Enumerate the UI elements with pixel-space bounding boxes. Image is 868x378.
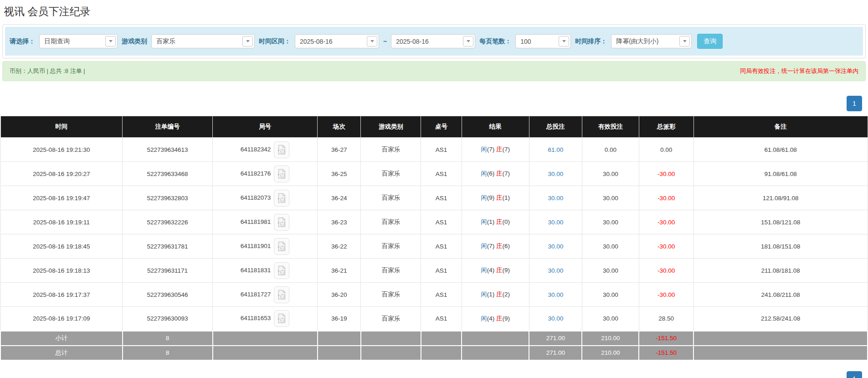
time-cell: 2025-08-16 19:17:09	[0, 307, 123, 331]
round-id: 641181831	[241, 267, 271, 274]
valid-bet-cell: 30.00	[582, 234, 639, 259]
result-banker-label: 庄	[496, 170, 503, 177]
video-replay-button[interactable]	[274, 310, 289, 327]
chevron-down-icon[interactable]	[559, 36, 569, 47]
bet-id-cell: 522739634613	[123, 138, 213, 162]
round-id: 641181981	[241, 218, 271, 225]
table-row: 2025-08-16 19:19:11 522739632226 6411819…	[0, 210, 868, 234]
date-range-separator: ~	[383, 38, 387, 45]
total-bet-link[interactable]: 30.00	[548, 243, 563, 250]
grand-total-total-bet: 271.00	[529, 346, 582, 360]
summary-bar: 币别：人民币 | 总共 :8 注单 | 同局有效投注，统一计算在该局第一张注单内	[2, 61, 866, 81]
video-replay-button[interactable]	[274, 262, 289, 279]
header-table-no: 桌号	[421, 116, 462, 138]
table-no-cell: AS1	[421, 186, 462, 210]
date-from-value: 2025-08-16	[295, 38, 367, 45]
total-bet-cell: 61.00	[529, 138, 582, 162]
date-to-value: 2025-08-16	[391, 38, 463, 45]
result-cell: 闲(6) 庄(7)	[462, 162, 529, 186]
bet-records-table: 时间 注单编号 局号 场次 游戏类别 桌号 结果 总投注 有效投注 总派彩 备注…	[0, 116, 868, 361]
result-banker-label: 庄	[496, 243, 503, 249]
remark-cell: 91.08/61.08	[693, 162, 868, 186]
valid-bet-cell: 30.00	[582, 210, 639, 234]
grand-total-row: 总计 8 271.00 210.00 -151.50	[0, 346, 868, 360]
game-label: 游戏类别	[122, 37, 147, 46]
video-replay-button[interactable]	[274, 238, 289, 255]
video-replay-button[interactable]	[274, 166, 289, 182]
mode-select[interactable]: 日期查询	[39, 34, 118, 48]
result-banker-label: 庄	[496, 267, 503, 274]
film-document-icon	[277, 313, 287, 324]
grand-total-count: 8	[123, 346, 213, 360]
payout-cell: -30.00	[639, 162, 693, 186]
video-replay-button[interactable]	[274, 286, 289, 303]
date-from-select[interactable]: 2025-08-16	[295, 34, 379, 48]
valid-bet-cell: 0.00	[582, 138, 639, 162]
chevron-down-icon[interactable]	[242, 36, 253, 47]
sort-select[interactable]: 降幂(由大到小)	[611, 34, 692, 48]
bet-id-cell: 522739632226	[123, 210, 213, 234]
mode-select-value: 日期查询	[40, 37, 105, 46]
page-title: 视讯 会员下注纪录	[4, 5, 866, 19]
query-button[interactable]: 查询	[697, 34, 723, 49]
chevron-down-icon[interactable]	[105, 36, 116, 47]
session-cell: 36-25	[318, 162, 361, 186]
pagination-page-1-button[interactable]: 1	[847, 96, 862, 111]
total-bet-link[interactable]: 30.00	[548, 267, 563, 274]
payout-cell: -30.00	[639, 283, 693, 307]
bet-id-cell: 522739631781	[123, 234, 213, 259]
result-player-score: (1)	[487, 218, 495, 225]
table-body: 2025-08-16 19:21:30 522739634613 6411823…	[0, 138, 868, 360]
date-to-select[interactable]: 2025-08-16	[391, 34, 475, 48]
header-round-id: 局号	[213, 116, 318, 138]
remark-cell: 151.08/121.08	[693, 210, 868, 234]
table-header-row: 时间 注单编号 局号 场次 游戏类别 桌号 结果 总投注 有效投注 总派彩 备注	[0, 116, 868, 138]
result-cell: 闲(9) 庄(1)	[462, 186, 529, 210]
session-cell: 36-21	[318, 259, 361, 283]
film-document-icon	[277, 241, 287, 252]
session-cell: 36-23	[318, 210, 361, 234]
video-replay-button[interactable]	[274, 214, 289, 231]
video-replay-button[interactable]	[274, 141, 289, 158]
total-bet-link[interactable]: 30.00	[548, 219, 563, 226]
filter-bar: 请选择： 日期查询 游戏类别 百家乐 时间区间： 2025-08-16 ~ 20…	[5, 27, 863, 56]
total-bet-cell: 30.00	[529, 307, 582, 331]
total-bet-link[interactable]: 30.00	[548, 195, 563, 202]
sort-label: 时间排序：	[575, 37, 607, 46]
result-cell: 闲(1) 庄(0)	[462, 210, 529, 234]
round-id: 641182073	[241, 194, 271, 201]
page-size-label: 每页笔数：	[479, 37, 511, 46]
round-id-cell: 641182073	[213, 186, 318, 210]
bet-id-cell: 522739630093	[123, 307, 213, 331]
table-no-cell: AS1	[421, 138, 462, 162]
round-id-cell: 641182342	[213, 138, 318, 162]
result-player-label: 闲	[481, 218, 487, 225]
total-bet-link[interactable]: 30.00	[548, 315, 563, 322]
chevron-down-icon[interactable]	[367, 36, 377, 47]
pagination-bottom-page-1-button[interactable]: 1	[847, 371, 862, 378]
total-bet-link[interactable]: 61.00	[548, 146, 563, 153]
header-session: 场次	[318, 116, 361, 138]
video-replay-button[interactable]	[274, 190, 289, 207]
table-no-cell: AS1	[421, 307, 462, 331]
total-bet-cell: 30.00	[529, 186, 582, 210]
table-row: 2025-08-16 19:18:45 522739631781 6411819…	[0, 234, 868, 259]
result-cell: 闲(1) 庄(2)	[462, 283, 529, 307]
chevron-down-icon[interactable]	[463, 36, 473, 47]
session-cell: 36-22	[318, 234, 361, 259]
total-bet-link[interactable]: 30.00	[548, 171, 563, 177]
round-id: 641182342	[241, 146, 271, 153]
result-player-label: 闲	[481, 315, 487, 322]
time-cell: 2025-08-16 19:19:11	[0, 210, 123, 234]
subtotal-label: 小计	[0, 331, 123, 346]
round-id-cell: 641182176	[213, 162, 318, 186]
total-bet-link[interactable]: 30.00	[548, 291, 563, 298]
page-size-select[interactable]: 100	[515, 34, 571, 48]
notice-text: 同局有效投注，统一计算在该局第一张注单内	[740, 67, 858, 75]
total-bet-cell: 30.00	[529, 210, 582, 234]
header-payout: 总派彩	[639, 116, 693, 138]
game-select[interactable]: 百家乐	[151, 34, 255, 48]
chevron-down-icon[interactable]	[679, 36, 690, 47]
table-no-cell: AS1	[421, 259, 462, 283]
round-id-cell: 641181901	[213, 234, 318, 259]
